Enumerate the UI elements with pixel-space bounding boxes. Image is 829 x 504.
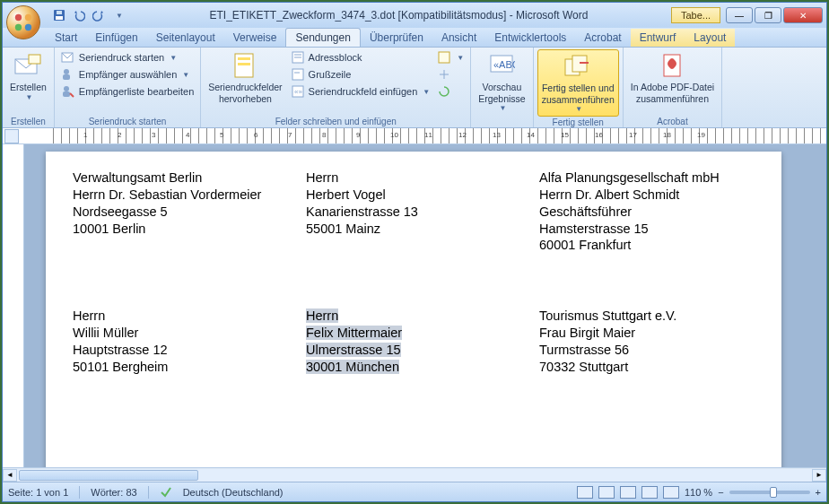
svg-rect-20 <box>292 69 303 80</box>
svg-rect-16 <box>238 63 250 65</box>
vorschau-ergebnisse-button[interactable]: «ABC» Vorschau Ergebnisse▼ <box>475 49 529 115</box>
view-print-layout-button[interactable] <box>577 486 593 499</box>
ruler-number: 1 <box>83 131 87 139</box>
recipients-edit-icon <box>61 84 75 99</box>
update-icon <box>437 84 451 99</box>
view-outline-button[interactable] <box>641 486 658 499</box>
tab-acrobat[interactable]: Acrobat <box>575 29 630 47</box>
group-label-felder: Felder schreiben und einfügen <box>205 116 467 127</box>
ruler-number: 5 <box>220 131 223 139</box>
scroll-left-button[interactable]: ◄ <box>3 469 17 482</box>
office-button[interactable] <box>6 5 40 39</box>
ruler-number: 12 <box>458 131 467 139</box>
minimize-button[interactable]: — <box>726 7 753 23</box>
fertig-stellen-button[interactable]: Fertig stellen und zusammenführen▼ <box>537 49 619 117</box>
label-cell[interactable]: HerrnHerbert VogelKanarienstrasse 135500… <box>306 169 521 254</box>
view-draft-button[interactable] <box>663 486 679 499</box>
ruler-number: 3 <box>152 131 155 139</box>
group-seriendruck-starten: Seriendruck starten▼ Empfänger auswählen… <box>55 48 201 127</box>
horizontal-ruler[interactable]: 12345678910111213141516171819 <box>3 128 826 144</box>
ruler-number: 18 <box>663 131 671 139</box>
ruler-number: 15 <box>561 131 569 139</box>
zoom-in-button[interactable]: + <box>816 487 821 498</box>
seriendruckfeld-einfuegen-button[interactable]: «»Seriendruckfeld einfügen▼ <box>288 83 433 100</box>
erstellen-button[interactable]: Erstellen▼ <box>6 49 50 103</box>
scroll-thumb[interactable] <box>19 470 198 481</box>
status-page[interactable]: Seite: 1 von 1 <box>8 487 68 498</box>
tab-start[interactable]: Start <box>46 29 86 47</box>
tab-entwicklertools[interactable]: Entwicklertools <box>485 29 575 47</box>
tab-ansicht[interactable]: Ansicht <box>432 29 485 47</box>
group-label-vorschau <box>475 116 529 127</box>
rules-icon <box>437 50 451 65</box>
ruler-number: 10 <box>390 131 398 139</box>
ribbon-tabs: Start Einfügen Seitenlayout Verweise Sen… <box>3 28 826 48</box>
adressblock-button[interactable]: Adressblock <box>288 49 433 65</box>
svg-rect-11 <box>63 74 70 80</box>
maximize-button[interactable]: ❐ <box>755 7 781 23</box>
ruler-number: 2 <box>118 131 121 139</box>
view-fullscreen-button[interactable] <box>598 486 615 499</box>
vorschau-label: Vorschau Ergebnisse <box>478 82 526 104</box>
tab-layout[interactable]: Layout <box>685 29 735 47</box>
grusszeile-button[interactable]: Grußzeile <box>288 66 433 83</box>
seriendruck-starten-button[interactable]: Seriendruck starten▼ <box>58 49 196 65</box>
tab-seitenlayout[interactable]: Seitenlayout <box>147 29 224 47</box>
highlight-fields-icon <box>231 51 259 80</box>
zoom-slider[interactable] <box>729 491 810 494</box>
contextual-tab-label: Tabe... <box>671 7 720 23</box>
qat-dropdown-icon[interactable]: ▼ <box>110 7 127 23</box>
update-labels-button[interactable] <box>434 83 467 100</box>
label-cell[interactable]: Tourismus Stuttgart e.V.Frau Birgit Maie… <box>539 308 755 375</box>
save-icon[interactable] <box>51 7 67 23</box>
svg-text:«ABC»: «ABC» <box>493 59 515 70</box>
ruler-corner-button[interactable] <box>4 129 19 143</box>
ruler-marks: 12345678910111213141516171819 <box>53 128 826 143</box>
status-language[interactable]: Deutsch (Deutschland) <box>183 487 284 498</box>
document-page[interactable]: Verwaltungsamt BerlinHerrn Dr. Sebastian… <box>46 152 781 467</box>
ruler-number: 13 <box>493 131 501 139</box>
fertig-stellen-label: Fertig stellen und zusammenführen <box>542 83 615 105</box>
label-cell[interactable]: HerrnWillii MüllerHauptstrasse 1250101 B… <box>73 308 288 375</box>
rules-button[interactable]: ▼ <box>434 49 467 65</box>
group-erstellen: Erstellen▼ Erstellen <box>3 48 55 127</box>
label-cell-selected[interactable]: HerrnFelix MittermaierUlmerstrasse 15300… <box>306 308 521 375</box>
adobe-pdf-button[interactable]: In Adobe PDF-Datei zusammenführen <box>627 49 718 106</box>
label-cell[interactable]: Alfa Planungsgesellschaft mbHHerrn Dr. A… <box>539 169 755 254</box>
tab-ueberpruefen[interactable]: Überprüfen <box>361 29 432 47</box>
scroll-track[interactable] <box>17 469 812 482</box>
undo-icon[interactable] <box>71 7 87 23</box>
empfaengerliste-bearbeiten-button[interactable]: Empfängerliste bearbeiten <box>58 83 196 100</box>
zoom-out-button[interactable]: − <box>718 487 723 498</box>
ribbon: Erstellen▼ Erstellen Seriendruck starten… <box>3 48 826 128</box>
status-words[interactable]: Wörter: 83 <box>91 487 136 498</box>
view-web-button[interactable] <box>620 486 636 499</box>
close-button[interactable]: ✕ <box>783 7 823 23</box>
proofing-icon[interactable] <box>160 485 172 500</box>
zoom-level[interactable]: 110 % <box>685 487 712 498</box>
group-label-fertig: Fertig stellen <box>537 117 619 128</box>
horizontal-scrollbar[interactable]: ◄ ► <box>3 467 826 482</box>
group-label-acrobat: Acrobat <box>627 116 718 127</box>
zoom-thumb[interactable] <box>770 487 777 498</box>
group-acrobat: In Adobe PDF-Datei zusammenführen Acroba… <box>624 48 722 127</box>
seriendruckfelder-hervorheben-button[interactable]: Seriendruckfelder hervorheben <box>205 49 285 106</box>
ruler-number: 14 <box>527 131 535 139</box>
ruler-number: 16 <box>595 131 603 139</box>
tab-sendungen[interactable]: Sendungen <box>285 28 360 47</box>
svg-point-0 <box>15 14 22 21</box>
redo-icon[interactable] <box>91 7 107 23</box>
ruler-number: 6 <box>254 131 257 139</box>
tab-verweise[interactable]: Verweise <box>224 29 286 47</box>
tab-einfuegen[interactable]: Einfügen <box>86 29 146 47</box>
match-fields-button[interactable] <box>434 66 467 83</box>
vertical-ruler[interactable] <box>3 144 24 467</box>
svg-point-1 <box>25 14 31 21</box>
label-cell[interactable]: Verwaltungsamt BerlinHerrn Dr. Sebastian… <box>73 169 288 254</box>
empfaenger-auswaehlen-button[interactable]: Empfänger auswählen▼ <box>58 66 196 83</box>
ruler-number: 11 <box>424 131 432 139</box>
match-icon <box>437 67 451 82</box>
scroll-right-button[interactable]: ► <box>812 469 826 482</box>
tab-entwurf[interactable]: Entwurf <box>631 29 685 47</box>
ruler-number: 4 <box>186 131 189 139</box>
